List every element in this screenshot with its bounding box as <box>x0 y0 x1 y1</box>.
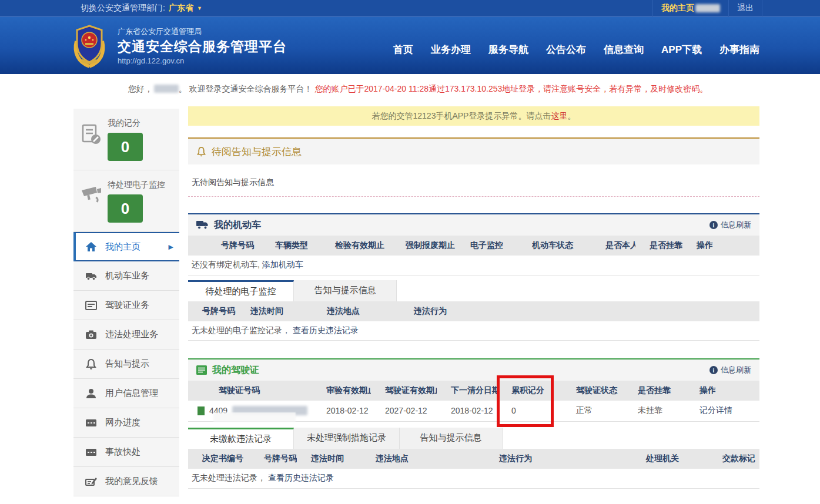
col-header: 处理机关 <box>632 449 708 469</box>
refresh-label: 信息刷新 <box>721 220 751 230</box>
accident-card-icon <box>85 446 97 458</box>
notices-empty-text: 无待阅告知与提示信息 <box>188 164 759 197</box>
license-status: 正常 <box>562 401 624 421</box>
logout-label: 退出 <box>737 3 754 14</box>
nav-announcements[interactable]: 公告公布 <box>546 43 586 56</box>
my-home-link[interactable]: 我的主页 <box>652 0 728 17</box>
sidebar-item-notifications[interactable]: 告知与提示 <box>73 350 179 379</box>
sidebar-item-license-business[interactable]: 驾驶证业务 <box>73 291 179 320</box>
nav-business[interactable]: 业务办理 <box>431 43 471 56</box>
org-name: 广东省公安厅交通管理局 <box>118 26 287 37</box>
license-expiry: 2027-02-12 <box>371 401 437 421</box>
topbar: 切换公安交通管理部门: 广东省 ▼ 我的主页 退出 <box>0 0 820 17</box>
vehicles-table: 号牌号码 车辆类型 检验有效期止 强制报废期止 电子监控 机动车状态 是否本人 … <box>188 236 759 275</box>
col-header: 违法地点 <box>362 449 485 469</box>
col-header: 驾驶证有效期止 <box>371 381 437 401</box>
camera-icon <box>85 329 97 341</box>
refresh-label: 信息刷新 <box>721 365 751 375</box>
tab-notice-info[interactable]: 告知与提示信息 <box>400 428 503 449</box>
col-header: 操作 <box>682 236 759 256</box>
nav-home[interactable]: 首页 <box>393 43 413 56</box>
col-header: 车辆类型 <box>261 236 321 256</box>
view-history-link[interactable]: 查看历史违法记录 <box>268 473 334 482</box>
tab-unprocessed-measures[interactable]: 未处理强制措施记录 <box>294 428 400 449</box>
affiliation-status: 未挂靠 <box>624 401 685 421</box>
site-header: 广东省公安厅交通管理局 交通安全综合服务管理平台 http://gd.122.g… <box>0 17 820 74</box>
sidebar: 我的记分 0 待处理电子监控 0 我的主页 ▶ 机动车业务 <box>73 109 179 496</box>
sidebar-item-accident-quick[interactable]: 事故快处 <box>73 438 179 467</box>
sidebar-item-online-progress[interactable]: 网办进度 <box>73 408 179 438</box>
greeting-prefix: 您好， <box>128 84 153 93</box>
tab-pending-monitor[interactable]: 待处理的电子监控 <box>188 280 294 301</box>
col-header: 是否挂靠 <box>624 381 685 401</box>
view-history-link[interactable]: 查看历史违法记录 <box>293 325 359 335</box>
monitor-card-value: 0 <box>108 194 143 223</box>
sidebar-item-label: 我的意见反馈 <box>105 476 158 487</box>
next-clear-date: 2018-02-12 <box>437 401 497 421</box>
nav-service-guide[interactable]: 服务导航 <box>488 43 528 56</box>
violation-empty-text: 无未处理违法记录， <box>192 473 266 482</box>
status-square-icon <box>198 406 205 415</box>
region-switcher[interactable]: 切换公安交通管理部门: 广东省 ▼ <box>81 3 202 14</box>
info-icon: i <box>709 366 718 374</box>
col-header: 驾驶证号码 <box>188 381 312 401</box>
table-row: 还没有绑定机动车, 添加机动车 <box>188 256 759 275</box>
sidebar-item-vehicle-business[interactable]: 机动车业务 <box>73 261 179 291</box>
section-my-vehicles: 我的机动车 i 信息刷新 号牌号码 车辆类型 检验有效期止 强制报废期止 电子监… <box>188 213 759 275</box>
main-content: 若您的交管12123手机APP登录提示异常。请点击这里。 待阅告知与提示信息 无… <box>188 106 759 489</box>
police-badge-logo <box>69 23 109 68</box>
logout-button[interactable]: 退出 <box>728 0 762 17</box>
col-header: 违法时间 <box>236 301 313 321</box>
nav-app-download[interactable]: APP下载 <box>661 43 702 56</box>
info-icon: i <box>709 221 718 229</box>
tab-unpaid-violations[interactable]: 未缴款违法记录 <box>188 428 294 449</box>
sidebar-item-my-home[interactable]: 我的主页 ▶ <box>73 232 179 261</box>
caret-down-icon: ▼ <box>197 5 202 11</box>
col-header: 号牌号码 <box>188 301 236 321</box>
arrow-right-icon: ▶ <box>169 243 173 251</box>
col-header: 违法地点 <box>313 301 400 321</box>
refresh-info-button[interactable]: i 信息刷新 <box>709 365 751 375</box>
col-header: 是否挂靠 <box>635 236 682 256</box>
col-header: 决定书编号 <box>188 449 250 469</box>
col-header: 累积记分 <box>497 381 562 401</box>
surveillance-camera-icon <box>81 186 102 207</box>
audit-expiry: 2018-02-12 <box>312 401 371 421</box>
score-card: 我的记分 0 <box>73 109 179 170</box>
col-header: 违法行为 <box>400 301 759 321</box>
id-card-icon <box>85 300 97 311</box>
main-nav: 首页 业务办理 服务导航 公告公布 信息查询 APP下载 办事指南 <box>393 43 759 56</box>
home-icon <box>85 241 97 253</box>
site-url: http://gd.122.gov.cn <box>118 56 287 65</box>
truck-icon <box>85 270 97 282</box>
region-value: 广东省 <box>169 3 193 14</box>
sidebar-item-label: 用户信息管理 <box>105 388 158 399</box>
section-title: 我的机动车 <box>214 219 261 231</box>
monitor-table: 号牌号码 违法时间 违法地点 违法行为 无未处理的电子监控记录， 查看历史违法记… <box>188 301 759 341</box>
col-header: 交款标记 <box>708 449 759 469</box>
redacted-username <box>154 85 179 93</box>
monitor-card-label: 待处理电子监控 <box>108 180 165 190</box>
sidebar-item-violation-business[interactable]: 违法处理业务 <box>73 320 179 350</box>
sidebar-item-label: 网办进度 <box>105 417 140 428</box>
add-vehicle-link[interactable]: 添加机动车 <box>262 260 303 269</box>
document-pencil-icon <box>81 124 102 145</box>
sidebar-item-feedback[interactable]: 我的意见反馈 <box>73 467 179 496</box>
sidebar-item-user-info[interactable]: 用户信息管理 <box>73 379 179 408</box>
nav-handbook[interactable]: 办事指南 <box>719 43 759 56</box>
col-header: 违法行为 <box>485 449 632 469</box>
feedback-pen-icon <box>85 476 97 488</box>
tab-notice-info[interactable]: 告知与提示信息 <box>294 280 397 301</box>
sidebar-item-label: 违法处理业务 <box>105 329 158 340</box>
bell-icon <box>85 358 97 370</box>
site-title: 交通安全综合服务管理平台 <box>118 38 287 56</box>
points-detail-link[interactable]: 记分详情 <box>699 405 732 415</box>
brand: 广东省公安厅交通管理局 交通安全综合服务管理平台 http://gd.122.g… <box>69 23 287 68</box>
user-icon <box>85 388 97 399</box>
col-header: 电子监控 <box>456 236 518 256</box>
monitor-card: 待处理电子监控 0 <box>73 170 179 232</box>
score-card-label: 我的记分 <box>108 118 143 129</box>
nav-info-query[interactable]: 信息查询 <box>604 43 644 56</box>
refresh-info-button[interactable]: i 信息刷新 <box>709 220 751 230</box>
banner-here-link[interactable]: 这里 <box>551 111 567 122</box>
